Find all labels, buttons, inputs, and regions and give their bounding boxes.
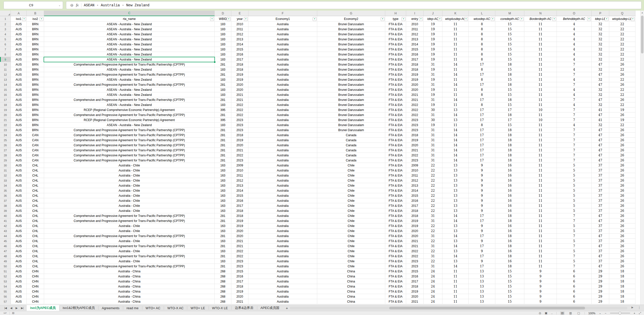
cell[interactable]: 281 xyxy=(215,72,231,77)
cell[interactable]: BRN xyxy=(27,47,44,52)
cell[interactable]: 15 xyxy=(495,52,524,57)
column-header-D[interactable]: D xyxy=(215,11,231,16)
filter-button-icon[interactable]: ▾ xyxy=(244,17,248,21)
cell[interactable]: 281 xyxy=(215,112,231,118)
cell[interactable]: 281 xyxy=(215,153,231,158)
cell[interactable]: 16 xyxy=(495,228,524,234)
cell[interactable]: 2023 xyxy=(231,118,248,123)
cell[interactable]: FTA & EIA xyxy=(385,269,406,274)
cell[interactable]: 9 xyxy=(469,193,495,198)
header-cell-Economy1[interactable]: Economy1▾ xyxy=(248,16,317,22)
header-cell-wtoplusdep-LE[interactable]: wtoplusdep-LE▾ xyxy=(609,16,635,22)
cell[interactable]: 9 xyxy=(469,239,495,244)
cell[interactable]: 2022 xyxy=(406,249,424,254)
cell[interactable]: FTA & EIA xyxy=(385,112,406,118)
cell[interactable]: 11 xyxy=(524,32,557,37)
cell[interactable]: 47 xyxy=(592,143,609,148)
cell[interactable]: 14 xyxy=(442,97,469,102)
cell[interactable]: 13 xyxy=(442,173,469,178)
cell[interactable]: BRN xyxy=(27,57,44,62)
spreadsheet-grid[interactable]: ABCDEFGHIJKLMNOPQ 1iso1▾iso2▾rta_name▾WB… xyxy=(0,11,640,305)
cell[interactable]: 9 xyxy=(469,208,495,213)
cell[interactable]: 7 xyxy=(557,143,592,148)
column-header-F[interactable]: F xyxy=(248,11,317,16)
cell[interactable]: 2019 xyxy=(406,289,424,294)
cell[interactable]: BRN xyxy=(27,72,44,77)
cell[interactable]: 32 xyxy=(592,27,609,32)
cell[interactable]: 47 xyxy=(592,148,609,153)
cell[interactable]: 47 xyxy=(592,218,609,223)
cell[interactable]: China xyxy=(317,274,385,279)
cell[interactable]: AUS xyxy=(11,294,27,299)
vertical-scrollbar-thumb[interactable] xyxy=(641,16,643,53)
cell[interactable]: 16 xyxy=(495,249,524,254)
cell[interactable]: 37 xyxy=(592,188,609,193)
cell[interactable]: 5 xyxy=(557,223,592,228)
cell[interactable]: 37 xyxy=(592,208,609,213)
cell[interactable]: Chile xyxy=(317,173,385,178)
cell[interactable]: 11 xyxy=(524,62,557,67)
cell[interactable]: 11 xyxy=(442,87,469,92)
cell[interactable]: 6 xyxy=(557,299,592,304)
cell[interactable]: 31 xyxy=(424,112,442,118)
cell[interactable]: 2019 xyxy=(406,77,424,82)
cell[interactable]: Australia - Chile xyxy=(44,249,215,254)
cell[interactable]: 18 xyxy=(609,284,635,289)
cell[interactable]: 2021 xyxy=(231,244,248,249)
cell[interactable]: 19 xyxy=(424,32,442,37)
cell[interactable]: 19 xyxy=(424,42,442,47)
row-header-35[interactable]: 35 xyxy=(0,188,11,193)
cell[interactable]: Comprehensive and Progressive Agreement … xyxy=(44,158,215,163)
cell[interactable]: 2020 xyxy=(406,87,424,92)
cell[interactable]: CHN xyxy=(27,299,44,304)
cell[interactable]: 19 xyxy=(424,37,442,42)
cell[interactable]: CHL xyxy=(27,183,44,188)
cell[interactable]: Australia - Chile xyxy=(44,183,215,188)
cell[interactable]: FTA & EIA xyxy=(385,158,406,163)
cell[interactable]: 26 xyxy=(609,234,635,239)
cell[interactable]: ASEAN - Australia - New Zealand xyxy=(44,22,215,27)
cell[interactable]: 183 xyxy=(215,102,231,107)
cell[interactable]: China xyxy=(317,299,385,304)
cell[interactable]: RCEP (Regional Comprehensive Economic Pa… xyxy=(44,107,215,112)
column-header-E[interactable]: E xyxy=(231,11,248,16)
cell[interactable]: 11 xyxy=(442,289,469,294)
cell[interactable]: AUS xyxy=(11,133,27,138)
cell[interactable]: 37 xyxy=(592,249,609,254)
cell[interactable]: 18 xyxy=(495,97,524,102)
cell[interactable]: 2012 xyxy=(406,178,424,183)
cell[interactable]: 31 xyxy=(424,72,442,77)
cell[interactable]: FTA & EIA xyxy=(385,27,406,32)
cell[interactable]: 4 xyxy=(557,67,592,72)
cell[interactable]: Australia xyxy=(248,249,317,254)
cell[interactable]: 18 xyxy=(495,138,524,143)
cell[interactable]: Brunei Darussalam xyxy=(317,118,385,123)
cell[interactable]: 9 xyxy=(469,259,495,264)
row-header-14[interactable]: 14 xyxy=(0,82,11,87)
cell[interactable]: 2023 xyxy=(231,259,248,264)
cell[interactable]: 163 xyxy=(215,173,231,178)
filter-button-icon[interactable]: ▾ xyxy=(438,17,442,21)
cell[interactable]: CHN xyxy=(27,294,44,299)
cell[interactable]: 15 xyxy=(495,27,524,32)
cell[interactable]: 24 xyxy=(424,274,442,279)
cell[interactable]: 13 xyxy=(442,168,469,173)
cell[interactable]: 24 xyxy=(424,289,442,294)
cell[interactable]: 9 xyxy=(469,163,495,168)
cell[interactable]: 5 xyxy=(557,203,592,208)
row-header-19[interactable]: 19 xyxy=(0,107,11,112)
cell[interactable]: Brunei Darussalam xyxy=(317,47,385,52)
cell[interactable]: 31 xyxy=(424,138,442,143)
cell[interactable]: 4 xyxy=(557,77,592,82)
cell[interactable]: 17 xyxy=(469,213,495,218)
cell[interactable]: 37 xyxy=(592,259,609,264)
zoom-dropdown-icon[interactable]: ⌄ xyxy=(599,311,601,315)
header-cell-year[interactable]: year▾ xyxy=(231,16,248,22)
cell[interactable]: 31 xyxy=(424,213,442,218)
cell[interactable]: AUS xyxy=(11,52,27,57)
cell[interactable]: 2023 xyxy=(406,158,424,163)
row-header-21[interactable]: 21 xyxy=(0,118,11,123)
cell[interactable]: 4 xyxy=(557,27,592,32)
cell[interactable]: 7 xyxy=(557,133,592,138)
cell[interactable]: 22 xyxy=(424,249,442,254)
